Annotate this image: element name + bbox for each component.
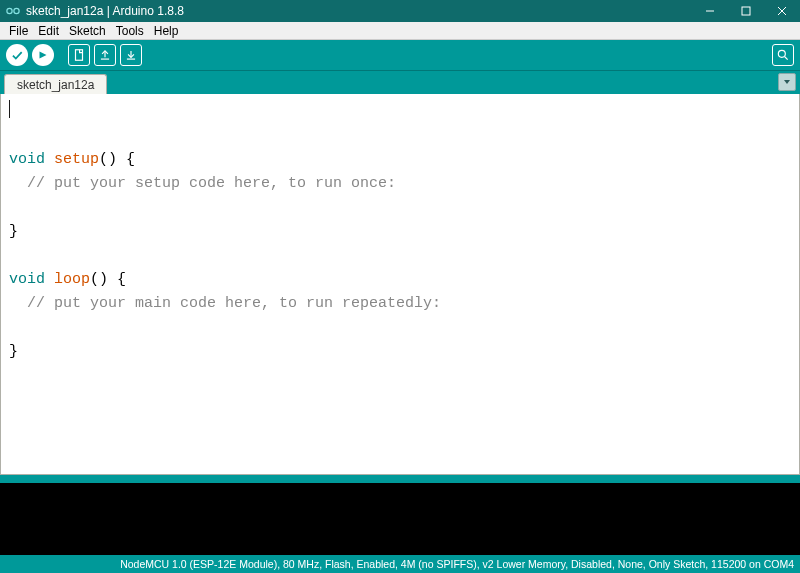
board-status-text: NodeMCU 1.0 (ESP-12E Module), 80 MHz, Fl…	[120, 558, 794, 570]
tab-menu-button[interactable]	[778, 73, 796, 91]
code-token: // put your setup code here, to run once…	[9, 175, 396, 192]
maximize-button[interactable]	[728, 0, 764, 22]
svg-point-12	[778, 50, 785, 57]
svg-point-0	[7, 8, 12, 13]
code-token: }	[9, 343, 18, 360]
window-title: sketch_jan12a | Arduino 1.8.8	[26, 4, 692, 18]
tab-sketch[interactable]: sketch_jan12a	[4, 74, 107, 95]
title-bar: sketch_jan12a | Arduino 1.8.8	[0, 0, 800, 22]
code-token: () {	[99, 151, 135, 168]
svg-marker-6	[40, 52, 47, 59]
text-cursor	[9, 100, 10, 118]
minimize-button[interactable]	[692, 0, 728, 22]
menu-file[interactable]: File	[4, 23, 33, 39]
toolbar	[0, 40, 800, 70]
status-divider	[0, 475, 800, 483]
verify-button[interactable]	[6, 44, 28, 66]
code-token: // put your main code here, to run repea…	[9, 295, 441, 312]
menu-edit[interactable]: Edit	[33, 23, 64, 39]
console-output[interactable]	[0, 483, 800, 555]
arduino-logo-icon	[6, 4, 20, 18]
svg-point-1	[14, 8, 19, 13]
svg-line-13	[785, 57, 788, 60]
code-token: }	[9, 223, 18, 240]
code-token: loop	[54, 271, 90, 288]
svg-rect-3	[742, 7, 750, 15]
status-bar: NodeMCU 1.0 (ESP-12E Module), 80 MHz, Fl…	[0, 555, 800, 573]
new-sketch-button[interactable]	[68, 44, 90, 66]
svg-marker-14	[784, 80, 790, 84]
code-editor[interactable]: void setup() { // put your setup code he…	[0, 94, 800, 475]
code-token: () {	[90, 271, 126, 288]
save-sketch-button[interactable]	[120, 44, 142, 66]
menu-tools[interactable]: Tools	[111, 23, 149, 39]
code-token: setup	[54, 151, 99, 168]
tab-bar: sketch_jan12a	[0, 70, 800, 94]
menu-bar: File Edit Sketch Tools Help	[0, 22, 800, 40]
menu-sketch[interactable]: Sketch	[64, 23, 111, 39]
code-token: void	[9, 271, 54, 288]
menu-help[interactable]: Help	[149, 23, 184, 39]
open-sketch-button[interactable]	[94, 44, 116, 66]
close-button[interactable]	[764, 0, 800, 22]
upload-button[interactable]	[32, 44, 54, 66]
serial-monitor-button[interactable]	[772, 44, 794, 66]
code-token: void	[9, 151, 54, 168]
